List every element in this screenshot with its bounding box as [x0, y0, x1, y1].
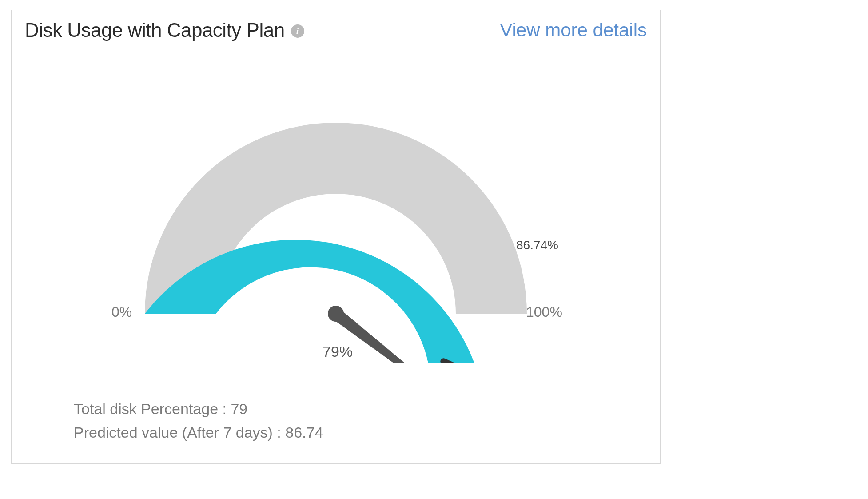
gauge-chart: 0% 100% 79% 86.74% [12, 47, 660, 367]
stat-predicted-value: Predicted value (After 7 days) : 86.74 [74, 424, 323, 441]
gauge-max-label: 100% [526, 304, 562, 320]
gauge-marker-label: 86.74% [516, 238, 558, 252]
stats-block: Total disk Percentage : 79 Predicted val… [74, 400, 323, 441]
gauge-svg [114, 60, 558, 363]
info-icon[interactable]: i [291, 24, 304, 38]
gauge-needle-label: 79% [323, 343, 353, 360]
disk-usage-card: Disk Usage with Capacity Plan i View mor… [11, 10, 661, 464]
svg-point-1 [328, 306, 344, 322]
stat-total-disk: Total disk Percentage : 79 [74, 400, 323, 418]
card-title: Disk Usage with Capacity Plan [25, 19, 285, 41]
gauge-min-label: 0% [111, 304, 132, 320]
card-header: Disk Usage with Capacity Plan i View mor… [12, 10, 660, 47]
view-more-details-link[interactable]: View more details [500, 20, 647, 41]
title-wrap: Disk Usage with Capacity Plan i [25, 19, 304, 41]
